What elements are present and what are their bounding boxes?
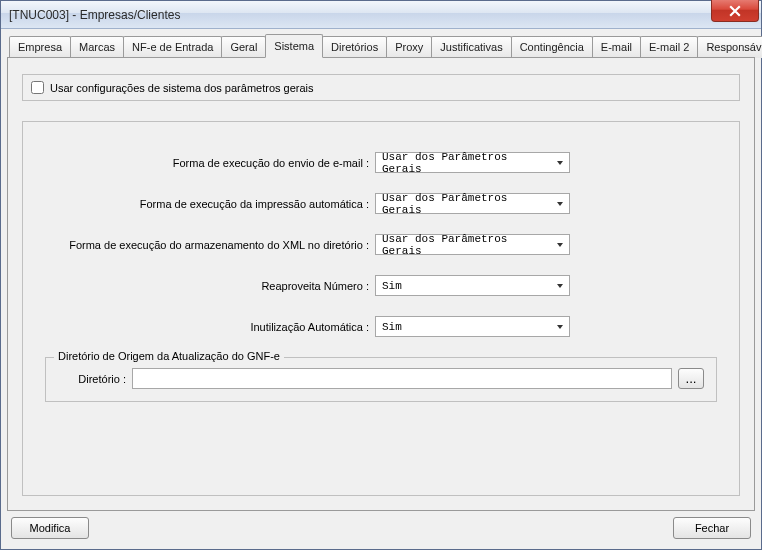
tab-empresa[interactable]: Empresa <box>9 36 71 58</box>
chevron-down-icon <box>553 238 567 252</box>
use-general-params-checkbox[interactable] <box>31 81 44 94</box>
print-exec-label: Forma de execução da impressão automátic… <box>45 198 375 210</box>
titlebar[interactable]: [TNUC003] - Empresas/Clientes <box>1 1 761 29</box>
tab-justificativas[interactable]: Justificativas <box>431 36 511 58</box>
tab-sistema[interactable]: Sistema <box>265 34 323 58</box>
xml-store-exec-label: Forma de execução do armazenamento do XM… <box>45 239 375 251</box>
auto-inutil-label: Inutilização Automática : <box>45 321 375 333</box>
directory-input[interactable] <box>132 368 672 389</box>
xml-store-exec-combo[interactable]: Usar dos Parâmetros Gerais <box>375 234 570 255</box>
close-button[interactable] <box>711 0 759 22</box>
client-area: Empresa Marcas NF-e de Entrada Geral Sis… <box>1 29 761 549</box>
chevron-down-icon <box>553 320 567 334</box>
directory-label: Diretório : <box>58 373 126 385</box>
tab-nfe-entrada[interactable]: NF-e de Entrada <box>123 36 222 58</box>
print-exec-combo[interactable]: Usar dos Parâmetros Gerais <box>375 193 570 214</box>
browse-button[interactable]: ... <box>678 368 704 389</box>
window-title: [TNUC003] - Empresas/Clientes <box>9 8 180 22</box>
tab-responsaveis[interactable]: Responsáveis <box>697 36 762 58</box>
use-general-params-label: Usar configurações de sistema dos parâme… <box>50 82 314 94</box>
email-exec-label: Forma de execução do envio de e-mail : <box>45 157 375 169</box>
tab-proxy[interactable]: Proxy <box>386 36 432 58</box>
tab-diretorios[interactable]: Diretórios <box>322 36 387 58</box>
tab-email2[interactable]: E-mail 2 <box>640 36 698 58</box>
tab-panel-sistema: Usar configurações de sistema dos parâme… <box>7 57 755 511</box>
tab-geral[interactable]: Geral <box>221 36 266 58</box>
system-settings-group: Forma de execução do envio de e-mail : U… <box>22 121 740 496</box>
gnfe-update-dir-legend: Diretório de Origem da Atualização do GN… <box>54 350 284 362</box>
close-footer-button[interactable]: Fechar <box>673 517 751 539</box>
chevron-down-icon <box>553 279 567 293</box>
gnfe-update-dir-group: Diretório de Origem da Atualização do GN… <box>45 357 717 402</box>
footer-bar: Modifica Fechar <box>7 511 755 543</box>
reuse-number-combo[interactable]: Sim <box>375 275 570 296</box>
reuse-number-label: Reaproveita Número : <box>45 280 375 292</box>
tab-contingencia[interactable]: Contingência <box>511 36 593 58</box>
tab-email[interactable]: E-mail <box>592 36 641 58</box>
email-exec-combo[interactable]: Usar dos Parâmetros Gerais <box>375 152 570 173</box>
tab-strip: Empresa Marcas NF-e de Entrada Geral Sis… <box>7 35 755 57</box>
tab-marcas[interactable]: Marcas <box>70 36 124 58</box>
auto-inutil-combo[interactable]: Sim <box>375 316 570 337</box>
modify-button[interactable]: Modifica <box>11 517 89 539</box>
chevron-down-icon <box>553 156 567 170</box>
use-general-params-group: Usar configurações de sistema dos parâme… <box>22 74 740 101</box>
window: [TNUC003] - Empresas/Clientes Empresa Ma… <box>0 0 762 550</box>
chevron-down-icon <box>553 197 567 211</box>
close-icon <box>729 5 741 17</box>
